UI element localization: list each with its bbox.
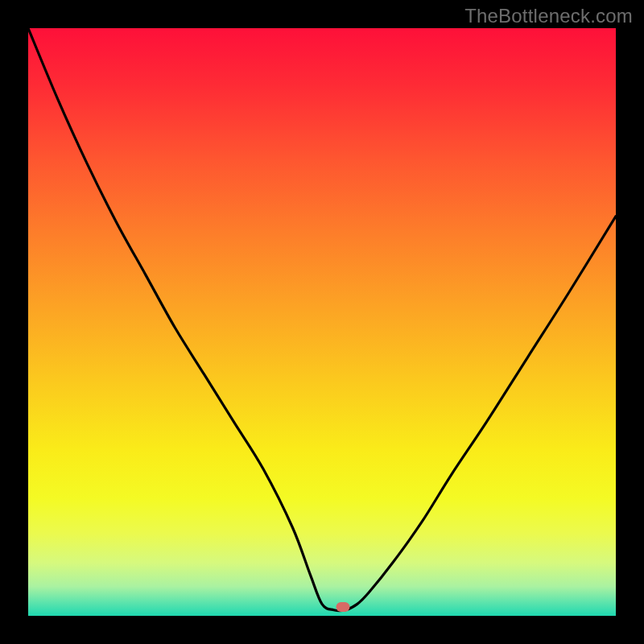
plot-area [28, 28, 616, 616]
watermark-text: TheBottleneck.com [464, 5, 633, 27]
bottleneck-curve [28, 28, 616, 616]
optimal-marker-icon [336, 602, 349, 612]
chart-frame: TheBottleneck.com [0, 0, 644, 644]
